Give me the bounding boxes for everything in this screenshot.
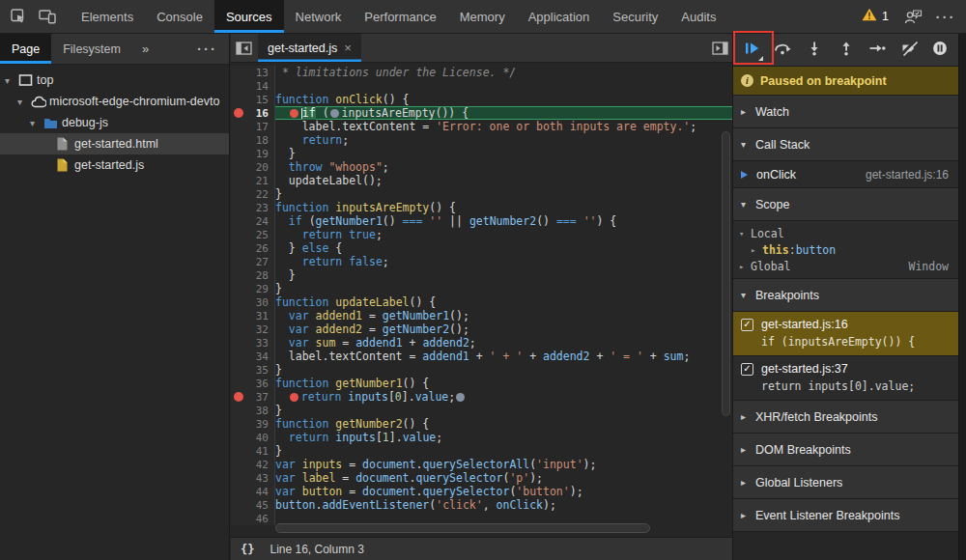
expand-arrow-icon[interactable]: ▾ xyxy=(17,91,22,112)
code-line-21[interactable]: 21 updateLabel(); xyxy=(231,174,732,187)
tab-sources[interactable]: Sources xyxy=(214,0,284,33)
navigator-more-icon[interactable]: ··· xyxy=(185,34,229,64)
tab-console[interactable]: Console xyxy=(145,0,214,33)
code-line-content[interactable]: var addend2 = getNumber2(); xyxy=(275,322,732,336)
tree-item-microsoft-edge-chromium-devto[interactable]: ▾microsoft-edge-chromium-devto xyxy=(0,91,229,112)
line-gutter[interactable]: 29 xyxy=(231,282,275,295)
inline-breakpoint-icon[interactable] xyxy=(290,109,298,118)
section-header-dom-breakpoints[interactable]: ▸DOM Breakpoints xyxy=(733,434,958,466)
code-line-content[interactable]: } xyxy=(275,404,732,417)
code-line-28[interactable]: 28 } xyxy=(231,268,732,282)
code-line-26[interactable]: 26 } else { xyxy=(231,241,732,255)
code-line-content[interactable]: var inputs = document.querySelectorAll('… xyxy=(275,458,732,471)
code-line-content[interactable]: label.textContent = 'Error: one or both … xyxy=(275,120,732,133)
line-gutter[interactable]: 31 xyxy=(231,309,275,322)
line-gutter[interactable]: 34 xyxy=(231,350,275,363)
line-gutter[interactable]: 38 xyxy=(231,404,275,417)
code-line-15[interactable]: 15function onClick() { xyxy=(231,93,732,106)
sidebar-scrollbar[interactable] xyxy=(958,34,966,560)
code-line-33[interactable]: 33 var sum = addend1 + addend2; xyxy=(231,336,732,350)
line-gutter[interactable]: 39 xyxy=(231,417,275,431)
breakpoint-marker-icon[interactable] xyxy=(234,108,243,118)
code-line-content[interactable]: return inputs[0].value; xyxy=(275,390,732,404)
code-line-content[interactable]: return false; xyxy=(275,255,732,268)
code-line-36[interactable]: 36function getNumber1() { xyxy=(231,377,732,390)
tab-security[interactable]: Security xyxy=(601,0,669,33)
step-into-button[interactable] xyxy=(799,36,830,65)
code-line-37[interactable]: 37 return inputs[0].value; xyxy=(231,390,732,404)
step-out-button[interactable] xyxy=(831,36,862,65)
code-line-19[interactable]: 19 } xyxy=(231,147,732,160)
tab-elements[interactable]: Elements xyxy=(70,0,145,33)
tree-item-get-started-js[interactable]: get-started.js xyxy=(0,154,229,176)
line-gutter[interactable]: 33 xyxy=(231,336,275,350)
code-line-35[interactable]: 35} xyxy=(231,363,732,377)
code-line-45[interactable]: 45button.addEventListener('click', onCli… xyxy=(231,498,732,512)
tree-item-top[interactable]: ▾top xyxy=(0,70,229,91)
line-gutter[interactable]: 15 xyxy=(231,93,275,106)
line-gutter[interactable]: 14 xyxy=(231,79,275,93)
line-gutter[interactable]: 27 xyxy=(231,255,275,268)
code-line-content[interactable]: function getNumber2() { xyxy=(275,417,732,431)
callstack-frame-onclick[interactable]: onClickget-started.js:16 xyxy=(733,161,958,188)
code-line-content[interactable]: var addend1 = getNumber1(); xyxy=(275,309,732,322)
code-line-content[interactable]: updateLabel(); xyxy=(275,174,732,187)
feedback-icon[interactable] xyxy=(898,9,927,24)
section-header-call-stack[interactable]: ▾Call Stack xyxy=(733,128,958,161)
breakpoint-entry-get-started-js-16[interactable]: ✓get-started.js:16if (inputsAreEmpty()) … xyxy=(733,312,958,356)
tab-audits[interactable]: Audits xyxy=(669,0,727,33)
line-gutter[interactable]: 18 xyxy=(231,133,275,147)
line-gutter[interactable]: 41 xyxy=(231,444,275,458)
section-header-global-listeners[interactable]: ▸Global Listeners xyxy=(733,466,958,499)
line-gutter[interactable]: 37 xyxy=(231,390,275,404)
editor-tab-get-started-js[interactable]: get-started.js × xyxy=(258,34,361,62)
line-gutter[interactable]: 28 xyxy=(231,268,275,282)
code-line-content[interactable]: function getNumber1() { xyxy=(275,377,732,390)
tree-item-debug-js[interactable]: ▾debug-js xyxy=(0,112,229,133)
code-line-39[interactable]: 39function getNumber2() { xyxy=(231,417,732,431)
code-line-content[interactable]: return inputs[1].value; xyxy=(275,431,732,444)
code-line-content[interactable]: } xyxy=(275,268,732,282)
line-gutter[interactable]: 16 xyxy=(231,106,275,120)
navigator-tab-page[interactable]: Page xyxy=(0,34,51,64)
code-line-content[interactable]: label.textContent = addend1 + ' + ' + ad… xyxy=(275,350,732,363)
code-line-16[interactable]: 16 if (inputsAreEmpty()) { xyxy=(231,106,732,120)
code-line-17[interactable]: 17 label.textContent = 'Error: one or bo… xyxy=(231,120,732,133)
line-gutter[interactable]: 36 xyxy=(231,377,275,390)
scope-local-group[interactable]: ▾Local xyxy=(733,225,958,241)
code-line-content[interactable]: function updateLabel() { xyxy=(275,295,732,309)
line-gutter[interactable]: 42 xyxy=(231,458,275,471)
code-line-30[interactable]: 30function updateLabel() { xyxy=(231,295,732,309)
inline-breakpoint-candidate-icon[interactable] xyxy=(330,109,339,118)
navigator-tab-filesystem[interactable]: Filesystem xyxy=(51,34,132,64)
code-line-content[interactable]: var label = document.querySelector('p'); xyxy=(275,471,732,485)
line-gutter[interactable]: 35 xyxy=(231,363,275,377)
code-line-content[interactable]: function onClick() { xyxy=(275,93,732,106)
code-line-content[interactable] xyxy=(275,79,732,93)
code-line-content[interactable]: } xyxy=(275,282,732,295)
line-gutter[interactable]: 24 xyxy=(231,214,275,228)
line-gutter[interactable]: 17 xyxy=(231,120,275,133)
pause-on-exceptions-button[interactable] xyxy=(924,36,955,65)
code-line-content[interactable]: return; xyxy=(275,133,732,147)
warnings-badge[interactable]: 1 xyxy=(856,8,895,25)
line-gutter[interactable]: 32 xyxy=(231,322,275,336)
show-debugger-panel-icon[interactable] xyxy=(707,34,732,62)
code-line-content[interactable]: } xyxy=(275,444,732,458)
section-header-breakpoints[interactable]: ▾Breakpoints xyxy=(733,279,958,312)
breakpoint-checkbox[interactable]: ✓ xyxy=(741,363,753,376)
code-line-43[interactable]: 43var label = document.querySelector('p'… xyxy=(231,471,732,485)
code-line-14[interactable]: 14 xyxy=(231,79,732,93)
code-line-18[interactable]: 18 return; xyxy=(231,133,732,147)
step-over-button[interactable] xyxy=(767,36,798,65)
code-line-34[interactable]: 34 label.textContent = addend1 + ' + ' +… xyxy=(231,350,732,363)
vertical-scrollbar-thumb[interactable] xyxy=(722,131,730,416)
horizontal-scrollbar[interactable] xyxy=(275,523,719,534)
deactivate-breakpoints-button[interactable] xyxy=(894,36,924,65)
line-gutter[interactable]: 26 xyxy=(231,241,275,255)
close-tab-icon[interactable]: × xyxy=(344,41,352,55)
line-gutter[interactable]: 44 xyxy=(231,485,275,498)
code-line-41[interactable]: 41} xyxy=(231,444,732,458)
code-line-29[interactable]: 29} xyxy=(231,282,732,295)
line-gutter[interactable]: 20 xyxy=(231,160,275,174)
